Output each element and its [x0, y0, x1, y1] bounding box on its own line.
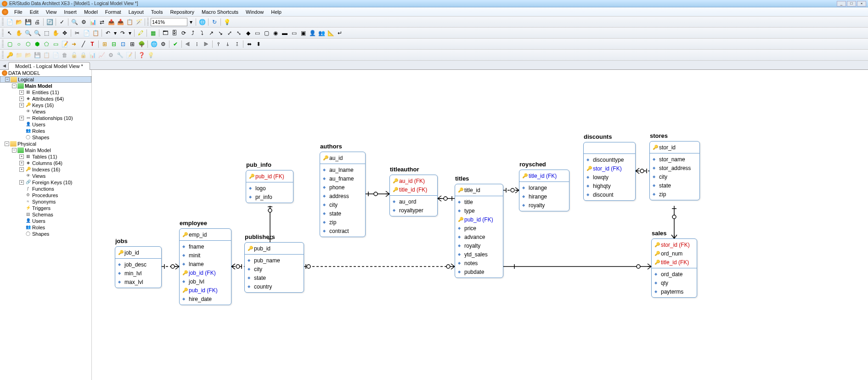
menu-format[interactable]: Format	[102, 8, 124, 16]
bulb-button[interactable]: 💡	[223, 18, 231, 26]
tree-columns[interactable]: +◆Columns (64)	[0, 160, 91, 166]
new-button[interactable]: 📄	[6, 18, 14, 26]
cut-button[interactable]: ✂	[73, 29, 81, 37]
tree-root[interactable]: DATA MODEL	[0, 70, 91, 76]
undo-button[interactable]: ↶	[104, 29, 112, 37]
entity-hex-button[interactable]: ⬡	[24, 40, 32, 48]
text-button[interactable]: T	[88, 40, 96, 48]
report-button[interactable]: 📊	[89, 18, 97, 26]
bulb2-button[interactable]: 💡	[147, 51, 155, 59]
dist-v-button[interactable]: ⬍	[254, 40, 263, 48]
tree-roles-p[interactable]: 👥Roles	[0, 224, 91, 231]
rel5-button[interactable]: ⤢	[225, 29, 234, 37]
entity-hex2-button[interactable]: ⬢	[33, 40, 41, 48]
rel2-button[interactable]: ⤵	[198, 29, 206, 37]
align-top-button[interactable]: ⫯	[214, 40, 223, 48]
rel3-button[interactable]: ↗	[207, 29, 215, 37]
entity-discounts[interactable]: discounts ◆discounttype 🔑stor_id (FK) ◆l…	[583, 142, 636, 201]
tree-procedures[interactable]: ⚙Procedures	[0, 192, 91, 199]
grid-button[interactable]: ▦	[149, 29, 157, 37]
tree-shapes-l[interactable]: ◯Shapes	[0, 134, 91, 141]
menu-layout[interactable]: Layout	[125, 8, 147, 16]
entity-stores[interactable]: stores 🔑stor_id ◆stor_name ◆stor_address…	[649, 141, 700, 200]
line-button[interactable]: ╱	[79, 40, 87, 48]
tree-main-model-p[interactable]: −Main Model	[0, 147, 91, 153]
tree-schemas[interactable]: ▤Schemas	[0, 211, 91, 218]
layout3-button[interactable]: ⊡	[119, 40, 127, 48]
copy-model-button[interactable]: 📋	[125, 18, 134, 26]
zoom-combo[interactable]	[151, 18, 187, 26]
repo8-button[interactable]: 🔒	[79, 51, 87, 59]
menu-edit[interactable]: Edit	[27, 8, 42, 16]
repo10-button[interactable]: 📈	[97, 51, 106, 59]
rel4-button[interactable]: ↘	[216, 29, 225, 37]
generate-button[interactable]: ⚙	[79, 18, 88, 26]
shape2-button[interactable]: ▭	[253, 29, 261, 37]
help-button[interactable]: ❓	[137, 51, 146, 59]
close-button[interactable]: ×	[857, 1, 866, 6]
move-tool[interactable]: ✥	[61, 29, 69, 37]
open-button[interactable]: 📂	[15, 18, 23, 26]
layout1-button[interactable]: ⊞	[101, 40, 109, 48]
tree-physical[interactable]: −Physical	[0, 141, 91, 147]
spell-button[interactable]: ✓	[58, 18, 66, 26]
repo9-button[interactable]: 📊	[88, 51, 96, 59]
entity-sales[interactable]: sales 🔑stor_id (FK) 🔑ord_num 🔑title_id (…	[651, 238, 697, 298]
entity-jobs[interactable]: jobs 🔑job_id ◆job_desc ◆min_lvl ◆max_lvl	[115, 246, 162, 288]
repo13-button[interactable]: 📝	[125, 51, 133, 59]
menu-help[interactable]: Help	[268, 8, 285, 16]
shape5-button[interactable]: ▬	[281, 29, 289, 37]
repo-login-button[interactable]: 🔑	[6, 51, 14, 59]
print-button[interactable]: 🖨	[33, 18, 41, 26]
tree-attributes[interactable]: +◆Attributes (64)	[0, 96, 91, 102]
diagram-canvas[interactable]: jobs 🔑job_id ◆job_desc ◆min_lvl ◆max_lvl…	[92, 70, 868, 380]
repo12-button[interactable]: 🔧	[116, 51, 124, 59]
pan-tool[interactable]: ✋	[51, 29, 60, 37]
db-button[interactable]: 🗄	[170, 29, 179, 37]
arrow-button[interactable]: ➜	[70, 40, 78, 48]
tree-shapes-p[interactable]: ◯Shapes	[0, 231, 91, 237]
menu-tools[interactable]: Tools	[148, 8, 166, 16]
align-left-button[interactable]: ⫷	[184, 40, 192, 48]
tree-users-p[interactable]: 👤Users	[0, 218, 91, 224]
tool1-button[interactable]: 📐	[327, 29, 335, 37]
hand-tool[interactable]: ✋	[15, 29, 23, 37]
group-button[interactable]: 👥	[317, 29, 326, 37]
tree-synonyms[interactable]: ≈Synonyms	[0, 199, 91, 205]
repo2-button[interactable]: 📂	[24, 51, 32, 59]
person-button[interactable]: 👤	[308, 29, 316, 37]
align-right-button[interactable]: ⫸	[202, 40, 210, 48]
tree-entities[interactable]: +▦Entities (11)	[0, 89, 91, 96]
undo-dropdown[interactable]: ▾	[113, 29, 118, 37]
menu-file[interactable]: File	[11, 8, 26, 16]
entity-pub-info[interactable]: pub_info 🔑pub_id (FK) ◆logo ◆pr_info	[246, 170, 293, 203]
zoom-in-tool[interactable]: 🔍	[24, 29, 32, 37]
link1-button[interactable]: ⟳	[180, 29, 188, 37]
tree-roles-l[interactable]: 👥Roles	[0, 128, 91, 134]
tree-functions[interactable]: ƒFunctions	[0, 186, 91, 192]
shape7-button[interactable]: ▣	[299, 29, 307, 37]
check-button[interactable]: ✔	[171, 40, 180, 48]
refresh-button[interactable]: 🔄	[45, 18, 54, 26]
compare-button[interactable]: ⇄	[98, 18, 106, 26]
entity-green-button[interactable]: ▢	[6, 40, 14, 48]
entity-oval-button[interactable]: ○	[15, 40, 23, 48]
import-button[interactable]: 📥	[116, 18, 124, 26]
menu-insert[interactable]: Insert	[61, 8, 80, 16]
entity-pent-button[interactable]: ⬠	[42, 40, 51, 48]
tree-main-model-l[interactable]: −Main Model	[0, 83, 91, 89]
align-center-button[interactable]: ⫶	[193, 40, 201, 48]
repo3-button[interactable]: 💾	[33, 51, 41, 59]
paste-button[interactable]: 📋	[91, 29, 100, 37]
repo1-button[interactable]: 📁	[15, 51, 23, 59]
shape1-button[interactable]: ◆	[244, 29, 252, 37]
tree-views-p[interactable]: 👁Views	[0, 173, 91, 179]
find-button[interactable]: 🔍	[70, 18, 79, 26]
menu-view[interactable]: View	[43, 8, 60, 16]
tree-keys[interactable]: +🔑Keys (16)	[0, 102, 91, 108]
entity-publishers[interactable]: publishers 🔑pub_id ◆pub_name ◆city ◆stat…	[244, 242, 304, 293]
gear-button[interactable]: ⚙	[159, 40, 167, 48]
align-bottom-button[interactable]: ⫱	[233, 40, 241, 48]
zoom-out-tool[interactable]: 🔍	[33, 29, 41, 37]
tab-nav-left[interactable]: ◀	[1, 62, 7, 69]
